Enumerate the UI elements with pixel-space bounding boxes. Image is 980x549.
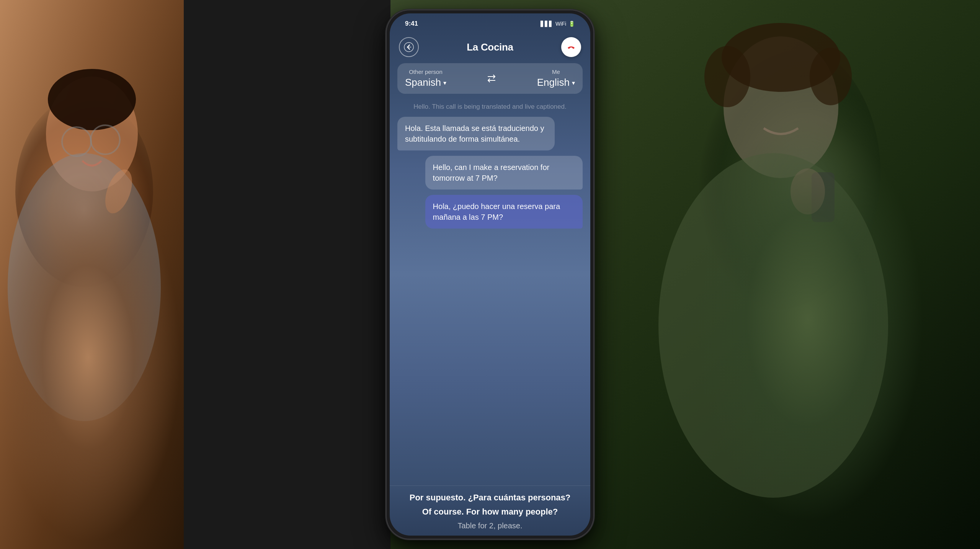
battery-icon: 🔋 (568, 21, 575, 27)
end-call-button[interactable] (561, 37, 581, 57)
divider (390, 485, 590, 486)
my-language-name: English (537, 77, 570, 88)
svg-point-14 (658, 153, 888, 498)
messages-list: Hello. This call is being translated and… (390, 98, 590, 485)
message-other-1-text: Hola. Esta llamada se está traduciendo y… (405, 123, 547, 144)
phone-icon (566, 42, 577, 52)
message-me-1-text: Hello, can I make a reservation for tomo… (433, 162, 575, 183)
other-person-column: Other person Spanish ▾ (405, 69, 446, 88)
wifi-icon: WiFi (555, 21, 566, 27)
status-bar: 9:41 ▋▋▋ WiFi 🔋 (390, 13, 590, 34)
svg-point-2 (46, 77, 138, 191)
back-button[interactable] (399, 37, 419, 57)
svg-point-16 (791, 168, 825, 214)
svg-point-1 (15, 96, 153, 287)
svg-point-4 (8, 153, 161, 421)
status-icons: ▋▋▋ WiFi 🔋 (541, 21, 575, 27)
me-column: Me English ▾ (537, 69, 575, 88)
other-language-name: Spanish (405, 77, 441, 88)
signal-icon: ▋▋▋ (541, 21, 553, 27)
svg-rect-15 (812, 172, 835, 222)
phone-frame: 9:41 ▋▋▋ WiFi 🔋 (387, 10, 593, 539)
svg-point-5 (62, 127, 91, 156)
my-language-button[interactable]: English ▾ (537, 77, 575, 88)
back-icon (404, 42, 414, 52)
status-time: 9:41 (405, 20, 418, 28)
woman-silhouette (0, 0, 184, 549)
other-person-label: Other person (409, 69, 443, 75)
live-caption-english: Of course. For how many people? (397, 506, 583, 518)
svg-point-7 (100, 166, 137, 217)
message-me-1: Hello, can I make a reservation for tomo… (425, 156, 583, 190)
live-caption-partial: Table for 2, please. (397, 520, 583, 531)
language-selector: Other person Spanish ▾ Me (397, 63, 583, 94)
system-message: Hello. This call is being translated and… (397, 102, 583, 111)
chat-area: Hello. This call is being translated and… (390, 98, 590, 536)
me-label: Me (552, 69, 560, 75)
message-other-1: Hola. Esta llamada se está traduciendo y… (397, 117, 555, 150)
message-me-1-translation-text: Hola, ¿puedo hacer una reserva para maña… (433, 201, 575, 222)
message-me-1-translation: Hola, ¿puedo hacer una reserva para maña… (425, 195, 583, 229)
other-language-button[interactable]: Spanish ▾ (405, 77, 446, 88)
svg-point-6 (91, 125, 120, 154)
call-title: La Cocina (467, 41, 513, 53)
other-language-chevron: ▾ (443, 79, 446, 87)
svg-point-3 (48, 69, 136, 130)
app-header: La Cocina (390, 34, 590, 62)
live-caption-spanish: Por supuesto. ¿Para cuántas personas? (397, 492, 583, 504)
phone-container: 9:41 ▋▋▋ WiFi 🔋 (387, 10, 593, 539)
swap-languages-button[interactable] (484, 71, 499, 86)
swap-icon (486, 73, 497, 84)
background-left (0, 0, 184, 549)
svg-point-12 (704, 46, 750, 107)
live-captions-area: Por supuesto. ¿Para cuántas personas? Of… (390, 487, 590, 536)
svg-point-13 (810, 48, 852, 105)
my-language-chevron: ▾ (572, 79, 575, 87)
phone-screen: 9:41 ▋▋▋ WiFi 🔋 (390, 13, 590, 536)
